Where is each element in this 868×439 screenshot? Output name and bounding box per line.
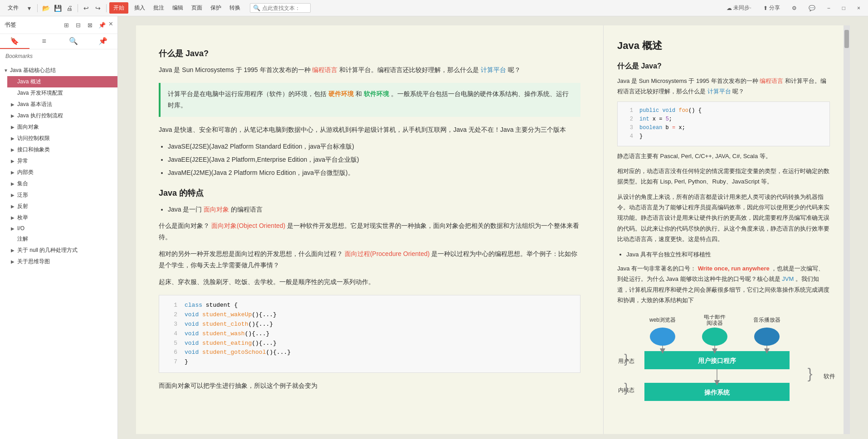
tree-row-generics[interactable]: ▶ 泛形 — [7, 189, 117, 201]
tree-item-interface[interactable]: ▶ 接口和抽象类 — [7, 144, 117, 155]
tree-item-java-syntax[interactable]: ▶ Java 基本语法 — [7, 99, 117, 110]
tree-label-annotation: 注解 — [17, 235, 114, 243]
tree-label-access: 访问控制权限 — [17, 135, 114, 142]
tree-item-annotation[interactable]: 注解 — [7, 233, 117, 245]
sidebar-title: 书签 — [5, 21, 16, 29]
tree-row-java-syntax[interactable]: ▶ Java 基本语法 — [7, 99, 117, 110]
sidebar-icon-collapse[interactable]: ⊠ — [85, 20, 95, 30]
sidebar-tab-pin[interactable]: 📌 — [88, 34, 117, 49]
sidebar-close-btn[interactable]: × — [109, 20, 113, 30]
link-procedure-oriented[interactable]: 面向过程(Procedure Oriented) — [345, 250, 430, 257]
tree-row-java-core[interactable]: ▼ Java 基础核心总结 — [0, 65, 117, 76]
tree-row-inner[interactable]: ▶ 内部类 — [7, 167, 117, 178]
tree-row-exception[interactable]: ▶ 异常 — [7, 155, 117, 167]
menu-comment[interactable]: 批注 — [149, 2, 168, 14]
scrollbar-thumb[interactable] — [844, 30, 849, 48]
diag-label-browser: web浏览器 — [649, 317, 676, 323]
tree-children: Java 概述 Java 开发环境配置 ▶ Java 基本语法 — [0, 76, 117, 267]
menu-protect[interactable]: 保护 — [206, 2, 225, 14]
icon-folder-open[interactable]: 📂 — [40, 3, 51, 14]
tree-row-java-overview[interactable]: Java 概述 — [7, 76, 117, 87]
menu-insert[interactable]: 插入 — [130, 2, 149, 14]
tree-item-access[interactable]: ▶ 访问控制权限 — [7, 133, 117, 144]
tree-item-inner[interactable]: ▶ 内部类 — [7, 167, 117, 178]
sidebar-header: 书签 ⊞ ⊟ ⊠ 📌 × — [0, 16, 117, 34]
menu-file[interactable]: 文件 — [4, 2, 23, 14]
tree-item-generics[interactable]: ▶ 泛形 — [7, 189, 117, 201]
icon-print[interactable]: 🖨 — [64, 3, 75, 14]
rp-link-platform[interactable]: 计算平台 — [707, 88, 731, 95]
tree-item-exception[interactable]: ▶ 异常 — [7, 155, 117, 167]
rp-jvm-link[interactable]: JVM — [782, 275, 794, 282]
tree-row-oop[interactable]: ▶ 面向对象 — [7, 121, 117, 133]
icon-redo[interactable]: ↪ — [93, 3, 103, 14]
tree-row-reflection[interactable]: ▶ 反射 — [7, 201, 117, 212]
share-btn[interactable]: ⬆ 分享 — [759, 2, 784, 14]
tree-arrow-access: ▶ — [11, 136, 17, 141]
icon-undo[interactable]: ↩ — [81, 3, 92, 14]
tree-arrow-null: ▶ — [11, 248, 17, 253]
tree-row-null[interactable]: ▶ 关于 null 的几种处理方式 — [7, 245, 117, 256]
sidebar-tab-search[interactable]: 🔍 — [59, 34, 88, 49]
tree-row-java-control[interactable]: ▶ Java 执行控制流程 — [7, 110, 117, 121]
share-icon: ⬆ — [763, 5, 768, 11]
tree-row-annotation[interactable]: 注解 — [7, 233, 117, 245]
menu-edit[interactable]: 编辑 — [168, 2, 187, 14]
tree-arrow-collection: ▶ — [11, 181, 17, 186]
settings-btn[interactable]: ⚙ — [788, 3, 801, 13]
link-object-oriented[interactable]: 面向对象(Object Oriented) — [211, 222, 285, 229]
tree-label-java-syntax: Java 基本语法 — [17, 101, 114, 108]
minimize-btn[interactable]: − — [823, 3, 834, 13]
tree-item-collection[interactable]: ▶ 集合 — [7, 178, 117, 189]
chat-btn[interactable]: 💬 — [805, 3, 819, 13]
tree-item-oop[interactable]: ▶ 面向对象 — [7, 121, 117, 133]
content-area[interactable]: 什么是 Java? Java 是 Sun Microsystems 于 1995… — [118, 16, 868, 439]
right-panel: Java 概述 什么是 Java? Java 是 Sun Microsystem… — [603, 25, 844, 434]
page-scrollbar[interactable] — [844, 25, 850, 434]
tree-item-enum[interactable]: ▶ 枚举 — [7, 212, 117, 223]
sidebar-icon-expand[interactable]: ⊟ — [73, 20, 83, 30]
rp-link-lang[interactable]: 编程语言 — [760, 77, 783, 84]
close-btn[interactable]: × — [853, 3, 864, 13]
tree-arrow-java-control: ▶ — [11, 113, 17, 118]
tab-start[interactable]: 开始 — [109, 2, 128, 14]
tree-row-io[interactable]: ▶ I/O — [7, 223, 117, 233]
two-col-layout: 什么是 Java? Java 是 Sun Microsystems 于 1995… — [136, 25, 850, 434]
sidebar-tab-bookmarks[interactable]: 🔖 — [0, 34, 29, 49]
tree-item-java-control[interactable]: ▶ Java 执行控制流程 — [7, 110, 117, 121]
tree-item-io[interactable]: ▶ I/O — [7, 223, 117, 233]
search-input[interactable] — [262, 5, 307, 11]
java-features-heading: Java 的特点 — [159, 188, 580, 198]
oop-para3: 起床、穿衣服、洗脸刷牙、吃饭、去学校。一般是顺序性的完成一系列动作。 — [159, 276, 580, 288]
bookmarks-label: Bookmarks — [0, 49, 117, 63]
maximize-btn[interactable]: □ — [838, 3, 849, 13]
tree-item-null[interactable]: ▶ 关于 null 的几种处理方式 — [7, 245, 117, 256]
tree-item-java-overview[interactable]: Java 概述 — [7, 76, 117, 87]
sidebar-icon-pin[interactable]: 📌 — [97, 20, 107, 30]
tree-row-collection[interactable]: ▶ 集合 — [7, 178, 117, 189]
diag-label-email: 电子邮件 — [704, 315, 726, 320]
sep2 — [78, 4, 78, 12]
tree-row-access[interactable]: ▶ 访问控制权限 — [7, 133, 117, 144]
menu-page[interactable]: 页面 — [187, 2, 206, 14]
app-music — [754, 328, 780, 346]
tree-item-java-core[interactable]: ▼ Java 基础核心总结 Java 概述 Java 开发环境配置 — [0, 65, 117, 267]
link-oop[interactable]: 面向对象 — [204, 206, 229, 213]
tree-row-interface[interactable]: ▶ 接口和抽象类 — [7, 144, 117, 155]
toolbar-tabs: 插入 批注 编辑 页面 保护 转换 — [130, 2, 244, 14]
link-computing-platform[interactable]: 计算平台 — [481, 66, 506, 73]
tree-item-java-env[interactable]: Java 开发环境配置 — [7, 87, 117, 99]
tree-row-mindmap[interactable]: ▶ 关于思维导图 — [7, 256, 117, 267]
sidebar-tab-layers[interactable]: ≡ — [29, 34, 59, 49]
tree-item-mindmap[interactable]: ▶ 关于思维导图 — [7, 256, 117, 267]
tree-item-reflection[interactable]: ▶ 反射 — [7, 201, 117, 212]
main-layout: 书签 ⊞ ⊟ ⊠ 📌 × 🔖 ≡ 🔍 📌 Bookmarks ▼ Java 基础… — [0, 16, 868, 439]
search-box[interactable]: 🔍 — [250, 3, 311, 13]
link-programming-language[interactable]: 编程语言 — [312, 66, 337, 73]
sync-btn[interactable]: ☁ 未同步· — [722, 2, 755, 14]
tree-row-enum[interactable]: ▶ 枚举 — [7, 212, 117, 223]
icon-save[interactable]: 💾 — [52, 3, 63, 14]
menu-convert[interactable]: 转换 — [225, 2, 244, 14]
tree-row-java-env[interactable]: Java 开发环境配置 — [7, 87, 117, 99]
sidebar-icon-columns[interactable]: ⊞ — [62, 20, 72, 30]
